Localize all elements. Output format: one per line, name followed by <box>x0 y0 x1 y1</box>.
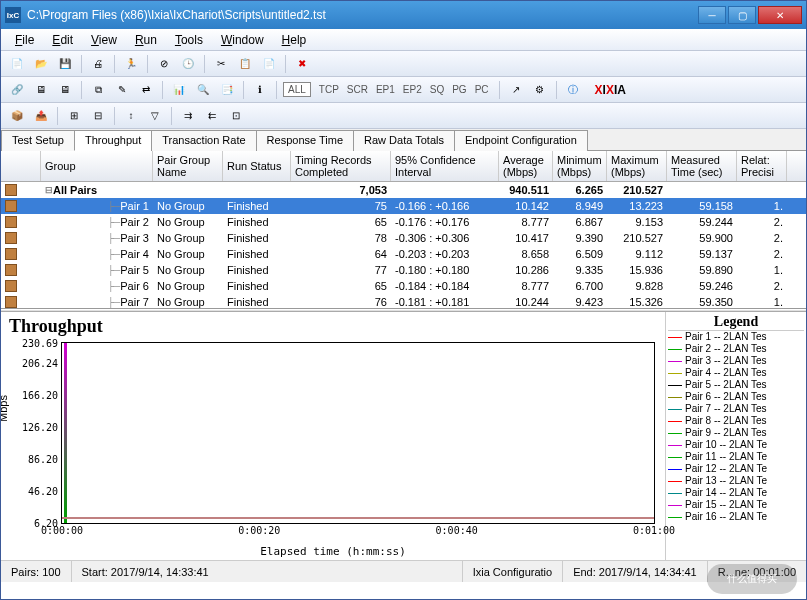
minimize-button[interactable]: ─ <box>698 6 726 24</box>
zoom-icon[interactable]: 🔍 <box>193 80 213 100</box>
endpoint2-icon[interactable]: 🖥 <box>55 80 75 100</box>
legend-item[interactable]: Pair 15 -- 2LAN Te <box>668 499 804 511</box>
close-button[interactable]: ✕ <box>758 6 802 24</box>
menu-view[interactable]: View <box>83 31 125 49</box>
table-row[interactable]: ├─ Pair 1No GroupFinished75-0.166 : +0.1… <box>1 198 806 214</box>
new-icon[interactable]: 📄 <box>7 54 27 74</box>
legend-item[interactable]: Pair 10 -- 2LAN Te <box>668 439 804 451</box>
group-icon[interactable]: 📦 <box>7 106 27 126</box>
filter-icon[interactable]: ▽ <box>145 106 165 126</box>
legend-item[interactable]: Pair 11 -- 2LAN Te <box>668 451 804 463</box>
pair-icon[interactable]: 🔗 <box>7 80 27 100</box>
open-icon[interactable]: 📂 <box>31 54 51 74</box>
report-icon[interactable]: 📑 <box>217 80 237 100</box>
expand-icon[interactable]: ⊞ <box>64 106 84 126</box>
info-icon[interactable]: ℹ <box>250 80 270 100</box>
filter-all-button[interactable]: ALL <box>283 82 311 97</box>
table-row[interactable]: ├─ Pair 2No GroupFinished65-0.176 : +0.1… <box>1 214 806 230</box>
tab-test-setup[interactable]: Test Setup <box>1 130 75 151</box>
x-axis-label: Elapsed time (h:mm:ss) <box>260 545 406 558</box>
column-header[interactable]: Relat: Precisi <box>737 151 787 181</box>
tab-transaction-rate[interactable]: Transaction Rate <box>151 130 256 151</box>
plot-area[interactable]: 230.69206.24166.20126.2086.2046.206.200:… <box>61 342 655 524</box>
link-icon[interactable]: ⇉ <box>178 106 198 126</box>
column-header[interactable]: Timing Records Completed <box>291 151 391 181</box>
settings-icon[interactable]: ⚙ <box>530 80 550 100</box>
table-row[interactable]: ├─ Pair 6No GroupFinished65-0.184 : +0.1… <box>1 278 806 294</box>
filter-ep2-button[interactable]: EP2 <box>399 83 426 96</box>
menu-tools[interactable]: Tools <box>167 31 211 49</box>
arrange-icon[interactable]: ⊡ <box>226 106 246 126</box>
menu-run[interactable]: Run <box>127 31 165 49</box>
tab-response-time[interactable]: Response Time <box>256 130 354 151</box>
column-header[interactable]: Average (Mbps) <box>499 151 553 181</box>
menu-file[interactable]: File <box>7 31 42 49</box>
legend-item[interactable]: Pair 4 -- 2LAN Tes <box>668 367 804 379</box>
ungroup-icon[interactable]: 📤 <box>31 106 51 126</box>
column-header[interactable]: Run Status <box>223 151 291 181</box>
column-header[interactable] <box>1 151 41 181</box>
column-header[interactable]: Group <box>41 151 153 181</box>
menu-edit[interactable]: Edit <box>44 31 81 49</box>
table-row[interactable]: ├─ Pair 7No GroupFinished76-0.181 : +0.1… <box>1 294 806 309</box>
delete-icon[interactable]: ✖ <box>292 54 312 74</box>
chart-legend[interactable]: Legend Pair 1 -- 2LAN TesPair 2 -- 2LAN … <box>666 312 806 560</box>
legend-item[interactable]: Pair 2 -- 2LAN Tes <box>668 343 804 355</box>
column-header[interactable]: Measured Time (sec) <box>667 151 737 181</box>
legend-item[interactable]: Pair 8 -- 2LAN Tes <box>668 415 804 427</box>
column-header[interactable]: Minimum (Mbps) <box>553 151 607 181</box>
unlink-icon[interactable]: ⇇ <box>202 106 222 126</box>
legend-item[interactable]: Pair 9 -- 2LAN Tes <box>668 427 804 439</box>
stop-icon[interactable]: ⊘ <box>154 54 174 74</box>
filter-pg-button[interactable]: PG <box>448 83 470 96</box>
column-header[interactable]: Maximum (Mbps) <box>607 151 667 181</box>
print-icon[interactable]: 🖨 <box>88 54 108 74</box>
column-header[interactable]: 95% Confidence Interval <box>391 151 499 181</box>
filter-scr-button[interactable]: SCR <box>343 83 372 96</box>
table-row[interactable]: ├─ Pair 3No GroupFinished78-0.306 : +0.3… <box>1 230 806 246</box>
legend-item[interactable]: Pair 7 -- 2LAN Tes <box>668 403 804 415</box>
filter-sq-button[interactable]: SQ <box>426 83 448 96</box>
paste-icon[interactable]: 📄 <box>259 54 279 74</box>
chart-icon[interactable]: 📊 <box>169 80 189 100</box>
tab-raw-data-totals[interactable]: Raw Data Totals <box>353 130 455 151</box>
x-tick: 0:01:00 <box>633 523 675 536</box>
watermark: 什么值得买 <box>707 564 797 594</box>
filter-ep1-button[interactable]: EP1 <box>372 83 399 96</box>
legend-item[interactable]: Pair 13 -- 2LAN Te <box>668 475 804 487</box>
table-row[interactable]: ├─ Pair 5No GroupFinished77-0.180 : +0.1… <box>1 262 806 278</box>
legend-item[interactable]: Pair 5 -- 2LAN Tes <box>668 379 804 391</box>
column-header[interactable]: Pair Group Name <box>153 151 223 181</box>
cut-icon[interactable]: ✂ <box>211 54 231 74</box>
filter-pc-button[interactable]: PC <box>471 83 493 96</box>
help-icon[interactable]: ⓘ <box>563 80 583 100</box>
filter-tcp-button[interactable]: TCP <box>315 83 343 96</box>
endpoint1-icon[interactable]: 🖥 <box>31 80 51 100</box>
toolbar-2: 🔗 🖥 🖥 ⧉ ✎ ⇄ 📊 🔍 📑 ℹ ALL TCPSCREP1EP2SQPG… <box>1 77 806 103</box>
edit-icon[interactable]: ✎ <box>112 80 132 100</box>
legend-item[interactable]: Pair 6 -- 2LAN Tes <box>668 391 804 403</box>
export-icon[interactable]: ↗ <box>506 80 526 100</box>
legend-item[interactable]: Pair 1 -- 2LAN Tes <box>668 331 804 343</box>
table-row[interactable]: ├─ Pair 4No GroupFinished64-0.203 : +0.2… <box>1 246 806 262</box>
results-grid[interactable]: GroupPair Group NameRun StatusTiming Rec… <box>1 151 806 309</box>
total-row[interactable]: ⊟ All Pairs7,053940.5116.265210.527 <box>1 182 806 198</box>
sort-icon[interactable]: ↕ <box>121 106 141 126</box>
run-icon[interactable]: 🏃 <box>121 54 141 74</box>
legend-item[interactable]: Pair 3 -- 2LAN Tes <box>668 355 804 367</box>
menu-help[interactable]: Help <box>274 31 315 49</box>
tab-endpoint-configuration[interactable]: Endpoint Configuration <box>454 130 588 151</box>
y-tick: 166.20 <box>22 389 62 400</box>
maximize-button[interactable]: ▢ <box>728 6 756 24</box>
schedule-icon[interactable]: 🕒 <box>178 54 198 74</box>
menu-window[interactable]: Window <box>213 31 272 49</box>
legend-item[interactable]: Pair 16 -- 2LAN Te <box>668 511 804 523</box>
save-icon[interactable]: 💾 <box>55 54 75 74</box>
swap-icon[interactable]: ⇄ <box>136 80 156 100</box>
collapse-icon[interactable]: ⊟ <box>88 106 108 126</box>
legend-item[interactable]: Pair 14 -- 2LAN Te <box>668 487 804 499</box>
tab-throughput[interactable]: Throughput <box>74 130 152 151</box>
copy-icon[interactable]: 📋 <box>235 54 255 74</box>
legend-item[interactable]: Pair 12 -- 2LAN Te <box>668 463 804 475</box>
clone-icon[interactable]: ⧉ <box>88 80 108 100</box>
